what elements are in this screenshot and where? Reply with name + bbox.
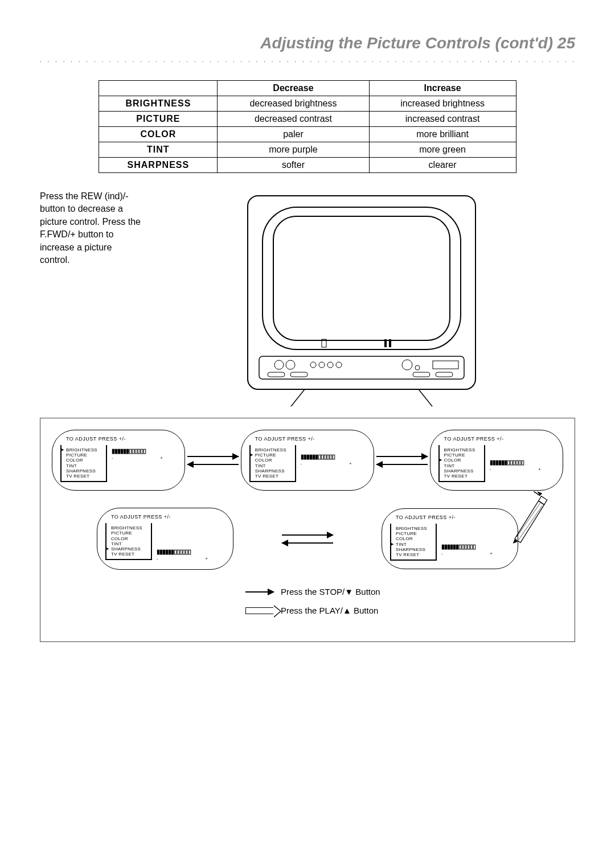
pencil-icon	[506, 487, 552, 544]
svg-point-6	[310, 362, 316, 368]
table-row: SHARPNESS softer clearer	[99, 158, 516, 173]
svg-point-9	[336, 362, 342, 368]
page-title: Adjusting the Picture Controls (cont'd) …	[40, 34, 575, 52]
svg-rect-16	[436, 372, 453, 377]
tv-illustration	[148, 190, 575, 406]
svg-point-10	[402, 360, 412, 370]
osd-screen-brightness: TO ADJUST PRESS +/- BRIGHTNESS PICTURE C…	[52, 430, 185, 491]
arrow-right-icon	[282, 534, 333, 536]
svg-rect-15	[413, 372, 430, 377]
arrow-outline-icon	[245, 607, 274, 614]
tv-icon	[236, 190, 487, 406]
svg-line-23	[519, 505, 543, 540]
th-decrease: Decrease	[218, 81, 369, 96]
svg-point-5	[286, 360, 295, 369]
svg-rect-14	[290, 372, 308, 377]
arrow-right-icon	[376, 456, 428, 457]
divider-dots: . . . . . . . . . . . . . . . . . . . . …	[40, 57, 575, 63]
svg-line-21	[419, 389, 441, 406]
svg-rect-18	[384, 339, 387, 347]
th-blank	[99, 81, 218, 96]
svg-point-11	[415, 365, 420, 370]
svg-point-7	[319, 362, 325, 368]
svg-point-4	[274, 360, 284, 369]
legend-play: Press the PLAY/▲ Button	[281, 606, 378, 615]
svg-line-22	[516, 503, 540, 537]
osd-screen-tint: TO ADJUST PRESS +/- BRIGHTNESS PICTURE C…	[382, 508, 518, 569]
table-row: COLOR paler more brilliant	[99, 127, 516, 142]
svg-rect-19	[389, 339, 391, 347]
arrow-right-icon	[187, 456, 239, 457]
svg-point-8	[327, 362, 333, 368]
osd-screen-sharpness: TO ADJUST PRESS +/- BRIGHTNESS PICTURE C…	[97, 508, 233, 570]
table-row: BRIGHTNESS decreased brightness increase…	[99, 96, 516, 112]
arrow-solid-icon	[245, 591, 274, 593]
controls-table: Decrease Increase BRIGHTNESS decreased b…	[99, 80, 516, 173]
table-row: PICTURE decreased contrast increased con…	[99, 112, 516, 127]
svg-rect-1	[263, 207, 461, 349]
svg-marker-24	[537, 491, 542, 496]
arrow-left-icon	[376, 464, 428, 465]
svg-rect-13	[268, 372, 285, 377]
svg-line-20	[282, 389, 305, 406]
legend-stop: Press the STOP/▼ Button	[281, 587, 380, 597]
osd-screen-picture: TO ADJUST PRESS +/- BRIGHTNESS PICTURE C…	[241, 430, 374, 491]
table-row: TINT more purple more green	[99, 142, 516, 158]
osd-flow-box: TO ADJUST PRESS +/- BRIGHTNESS PICTURE C…	[40, 418, 575, 642]
osd-screen-color: TO ADJUST PRESS +/- BRIGHTNESS PICTURE C…	[430, 430, 563, 491]
instruction-text: Press the REW (ind)/- button to decrease…	[40, 190, 148, 266]
svg-rect-3	[259, 356, 464, 379]
arrow-left-icon	[187, 464, 239, 465]
th-increase: Increase	[369, 81, 516, 96]
arrow-left-icon	[282, 542, 333, 544]
svg-rect-0	[248, 196, 475, 389]
svg-rect-12	[433, 361, 458, 369]
svg-rect-2	[273, 216, 450, 340]
